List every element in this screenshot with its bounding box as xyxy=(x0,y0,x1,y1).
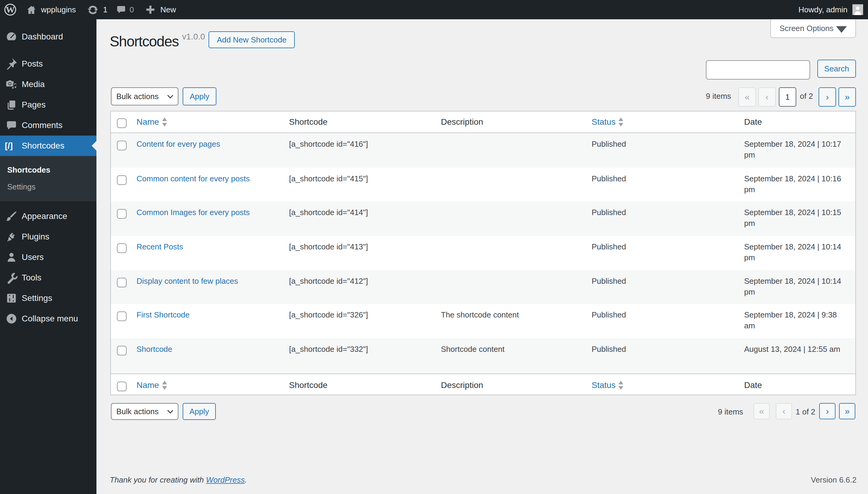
svg-text:W: W xyxy=(6,4,15,15)
